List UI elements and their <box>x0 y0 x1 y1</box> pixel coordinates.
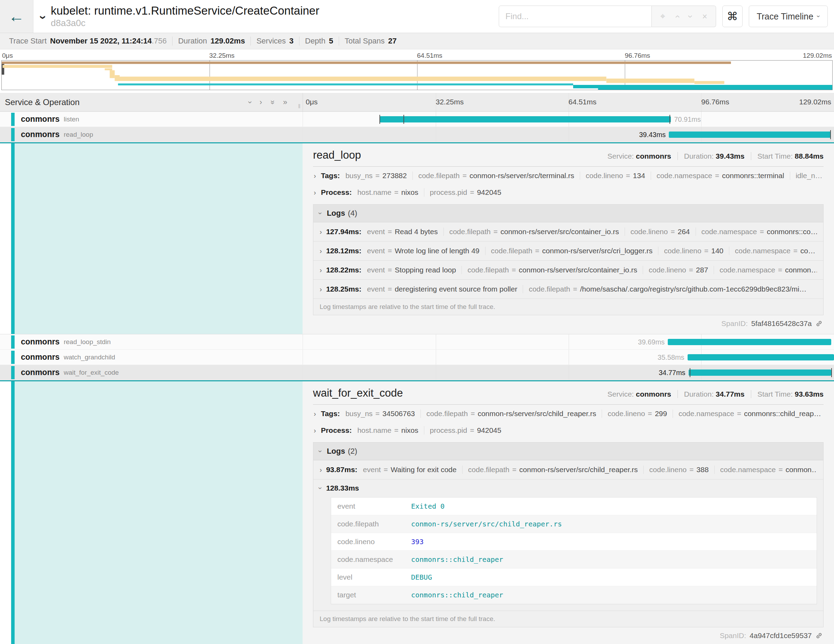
column-resizer-handle[interactable]: ‖ <box>298 103 301 110</box>
span-bar[interactable] <box>380 116 671 123</box>
copy-link-icon[interactable] <box>815 632 823 639</box>
log-field-row: code.namespace conmonrs::child_reaper <box>331 551 816 568</box>
detail-gutter-strip <box>0 143 11 334</box>
log-entry-expanded[interactable]: › 128.33ms event Exited 0 code.filep <box>314 479 823 611</box>
axis-tick-label: 0μs <box>306 98 318 106</box>
span-timeline-cell[interactable]: 34.77ms <box>302 365 834 380</box>
span-timeline-cell[interactable]: 39.43ms <box>302 127 834 142</box>
tags-accordion[interactable]: › Tags: busy_ns=273882code.filepath=conm… <box>313 167 824 184</box>
service-color-bar <box>11 381 15 644</box>
clear-search-icon[interactable]: × <box>702 11 707 21</box>
span-row[interactable]: conmonrs wait_for_exit_code 34.77ms <box>0 365 834 380</box>
span-bar[interactable] <box>689 369 832 376</box>
minimap-tick: 96.76ms <box>625 52 650 60</box>
span-meta: Service: conmonrsDuration: 34.77msStart … <box>608 390 824 398</box>
collapse-trace-header-icon[interactable]: › <box>36 15 50 19</box>
log-field: code.lineno=287 <box>643 266 714 274</box>
axis-gridline <box>569 365 569 380</box>
log-field-row: target conmonrs::child_reaper <box>331 586 816 604</box>
service-color-bar <box>11 128 15 141</box>
log-entry[interactable]: › 93.87ms: event=Waiting for exit codeco… <box>314 460 823 479</box>
chevron-down-icon: › <box>317 212 324 215</box>
search-input[interactable] <box>499 6 652 27</box>
process-accordion[interactable]: › Process: host.name=nixosprocess.pid=94… <box>313 422 824 439</box>
span-name-cell[interactable]: conmonrs read_loop_stdin <box>0 334 302 350</box>
logs-header[interactable]: › Logs (4) <box>314 205 823 222</box>
trace-view-select-button[interactable]: Trace Timeline › <box>749 6 828 27</box>
tag-item: code.lineno=299 <box>602 409 672 418</box>
log-marker <box>830 130 831 139</box>
log-entry[interactable]: › 128.22ms: event=Stopping read loopcode… <box>314 261 823 280</box>
log-field: event=Read 4 bytes <box>367 228 443 236</box>
field-key: target <box>337 591 411 599</box>
span-timeline-cell[interactable]: 70.91ms <box>302 112 834 127</box>
previous-match-icon[interactable]: › <box>672 15 682 18</box>
field-value: conmonrs::child_reaper <box>411 591 503 599</box>
chevron-right-icon: › <box>320 248 322 254</box>
log-entry-header[interactable]: › 128.33ms <box>320 484 817 492</box>
chevron-right-icon: › <box>320 267 322 273</box>
collapse-one-icon[interactable]: › <box>246 101 255 104</box>
span-row[interactable]: conmonrs listen 70.91ms <box>0 112 834 127</box>
span-row[interactable]: conmonrs read_loop_stdin 39.69ms <box>0 334 834 350</box>
log-entry[interactable]: › 127.94ms: event=Read 4 bytescode.filep… <box>314 222 823 241</box>
axis-gridline <box>569 334 569 350</box>
span-bar[interactable] <box>668 339 831 345</box>
logs-section: › Logs (4) › 127.94ms: event=Read 4 byte… <box>313 204 824 315</box>
expand-one-icon[interactable]: › <box>259 98 262 107</box>
chevron-down-icon: › <box>815 15 823 18</box>
page-title: kubelet: runtime.v1.RuntimeService/Creat… <box>51 4 319 18</box>
service-operation-header-cell: Service & Operation › › » » ‖ <box>0 93 302 111</box>
minimap-canvas[interactable] <box>2 60 832 90</box>
span-bar[interactable] <box>669 131 831 138</box>
span-rows-group: conmonrs listen 70.91ms conmonrs read_lo… <box>0 112 834 142</box>
log-field: code.filepath=conmon-rs/server/src/conta… <box>462 266 643 274</box>
log-field: code.namespace=conmonrs::co… <box>696 228 817 236</box>
keyboard-shortcuts-button[interactable]: ⌘ <box>722 6 742 27</box>
service-color-bar <box>11 351 15 364</box>
log-field-row: event Exited 0 <box>331 498 816 515</box>
process-item: process.pid=942045 <box>424 188 507 197</box>
span-bar[interactable] <box>688 354 834 361</box>
service-name: conmonrs <box>21 353 60 362</box>
field-key: code.filepath <box>337 520 411 528</box>
divider <box>313 404 824 405</box>
log-entry[interactable]: › 128.12ms: event=Wrote log line of leng… <box>314 241 823 261</box>
process-item: host.name=nixos <box>357 426 423 435</box>
span-row[interactable]: conmonrs watch_grandchild 35.58ms <box>0 350 834 365</box>
log-fields-table: event Exited 0 code.filepath conmon-rs/s… <box>331 497 817 604</box>
span-name-cell[interactable]: conmonrs listen <box>0 112 302 127</box>
log-timestamp: 93.87ms: <box>326 466 357 474</box>
span-id-row: SpanID: 4a947cfd1ce59537 <box>313 627 824 643</box>
span-id-value: 5faf48165428c37a <box>751 319 812 328</box>
span-id-row: SpanID: 5faf48165428c37a <box>313 315 824 331</box>
log-field: event=Waiting for exit code <box>363 466 462 474</box>
log-fields: event=deregistering event source from po… <box>367 285 812 293</box>
tag-item: code.filepath=conmon-rs/server/src/child… <box>420 409 602 418</box>
next-match-icon[interactable]: › <box>685 15 695 18</box>
logs-count: (4) <box>348 209 357 218</box>
expand-all-icon[interactable]: » <box>283 98 287 107</box>
span-timeline-cell[interactable]: 35.58ms <box>302 350 834 365</box>
span-name-cell[interactable]: conmonrs read_loop <box>0 127 302 142</box>
span-timeline-cell[interactable]: 39.69ms <box>302 334 834 350</box>
copy-link-icon[interactable] <box>815 320 823 327</box>
tag-item: idle_n…= <box>790 172 823 180</box>
span-name-cell[interactable]: conmonrs watch_grandchild <box>0 350 302 365</box>
tags-list: busy_ns=273882code.filepath=conmon-rs/se… <box>345 172 823 180</box>
tags-accordion[interactable]: › Tags: busy_ns=34506763code.filepath=co… <box>313 405 824 422</box>
back-button[interactable]: ← <box>0 0 33 33</box>
summary-value: 3 <box>289 37 294 45</box>
logs-header[interactable]: › Logs (2) <box>314 443 823 460</box>
process-accordion[interactable]: › Process: host.name=nixosprocess.pid=94… <box>313 184 824 201</box>
span-name-cell[interactable]: conmonrs wait_for_exit_code <box>0 365 302 380</box>
summary-item: Duration129.02ms <box>172 37 251 45</box>
tag-item: busy_ns=34506763 <box>345 409 420 418</box>
log-entry[interactable]: › 128.25ms: event=deregistering event so… <box>314 280 823 299</box>
span-row[interactable]: conmonrs read_loop 39.43ms <box>0 127 834 142</box>
match-target-icon[interactable]: ⌖ <box>660 11 665 21</box>
tags-list: busy_ns=34506763code.filepath=conmon-rs/… <box>345 409 823 418</box>
log-field: event=deregistering event source from po… <box>367 285 523 293</box>
axis-gridline <box>436 365 436 380</box>
collapse-all-icon[interactable]: » <box>268 100 277 104</box>
